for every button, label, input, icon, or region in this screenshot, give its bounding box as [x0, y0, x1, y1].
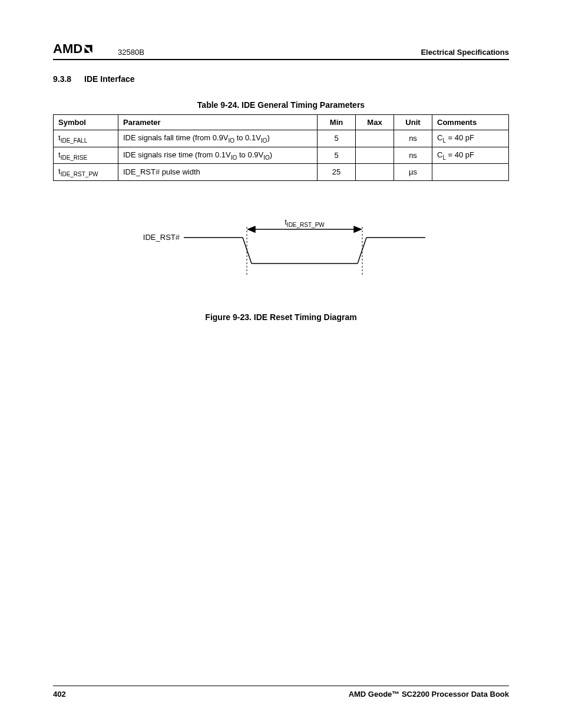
cell-symbol: tIDE_RISE — [54, 147, 118, 164]
amd-arrow-icon — [82, 43, 94, 55]
cell-min: 25 — [318, 164, 356, 181]
book-title: AMD Geode™ SC2200 Processor Data Book — [349, 690, 509, 699]
cell-max — [356, 147, 394, 164]
table-row: tIDE_FALL IDE signals fall time (from 0.… — [54, 130, 509, 147]
cell-comments — [432, 164, 509, 181]
cell-unit: ns — [394, 130, 432, 147]
table-row: tIDE_RST_PW IDE_RST# pulse width 25 µs — [54, 164, 509, 181]
cell-parameter: IDE signals rise time (from 0.1VIO to 0.… — [118, 147, 318, 164]
page-header: AMD 32580B Electrical Specifications — [53, 41, 509, 60]
table-caption: Table 9-24. IDE General Timing Parameter… — [53, 100, 509, 110]
logo-text: AMD — [53, 41, 82, 57]
cell-max — [356, 164, 394, 181]
timing-parameters-table: Symbol Parameter Min Max Unit Comments t… — [53, 114, 509, 181]
header-section-title: Electrical Specifications — [421, 48, 509, 57]
table-header-row: Symbol Parameter Min Max Unit Comments — [54, 115, 509, 130]
arrow-label-text: tIDE_RST_PW — [285, 218, 325, 228]
doc-number: 32580B — [118, 48, 144, 57]
table-row: tIDE_RISE IDE signals rise time (from 0.… — [54, 147, 509, 164]
cell-symbol: tIDE_FALL — [54, 130, 118, 147]
page-container: AMD 32580B Electrical Specifications 9.3… — [0, 0, 562, 728]
timing-diagram: IDE_RST# tIDE_RST_PW — [53, 216, 509, 322]
col-comments: Comments — [432, 115, 509, 130]
cell-unit: ns — [394, 147, 432, 164]
col-unit: Unit — [394, 115, 432, 130]
cell-min: 5 — [318, 130, 356, 147]
col-parameter: Parameter — [118, 115, 318, 130]
col-min: Min — [318, 115, 356, 130]
cell-unit: µs — [394, 164, 432, 181]
figure-caption: Figure 9-23. IDE Reset Timing Diagram — [53, 312, 509, 322]
svg-marker-9 — [354, 226, 361, 232]
section-heading: 9.3.8 IDE Interface — [53, 74, 509, 84]
page-footer: 402 AMD Geode™ SC2200 Processor Data Boo… — [53, 686, 509, 699]
signal-name-text: IDE_RST# — [143, 233, 180, 242]
section-number: 9.3.8 — [53, 74, 71, 84]
svg-marker-8 — [248, 226, 255, 232]
col-max: Max — [356, 115, 394, 130]
reset-timing-svg: IDE_RST# tIDE_RST_PW — [104, 216, 458, 287]
col-symbol: Symbol — [54, 115, 118, 130]
page-number: 402 — [53, 690, 66, 699]
amd-logo: AMD — [53, 41, 94, 57]
cell-comments: CL = 40 pF — [432, 147, 509, 164]
cell-symbol: tIDE_RST_PW — [54, 164, 118, 181]
cell-comments: CL = 40 pF — [432, 130, 509, 147]
cell-parameter: IDE_RST# pulse width — [118, 164, 318, 181]
cell-min: 5 — [318, 147, 356, 164]
waveform — [184, 238, 425, 263]
guide-lines — [247, 227, 362, 275]
section-title: IDE Interface — [84, 74, 135, 84]
cell-max — [356, 130, 394, 147]
cell-parameter: IDE signals fall time (from 0.9VIO to 0.… — [118, 130, 318, 147]
